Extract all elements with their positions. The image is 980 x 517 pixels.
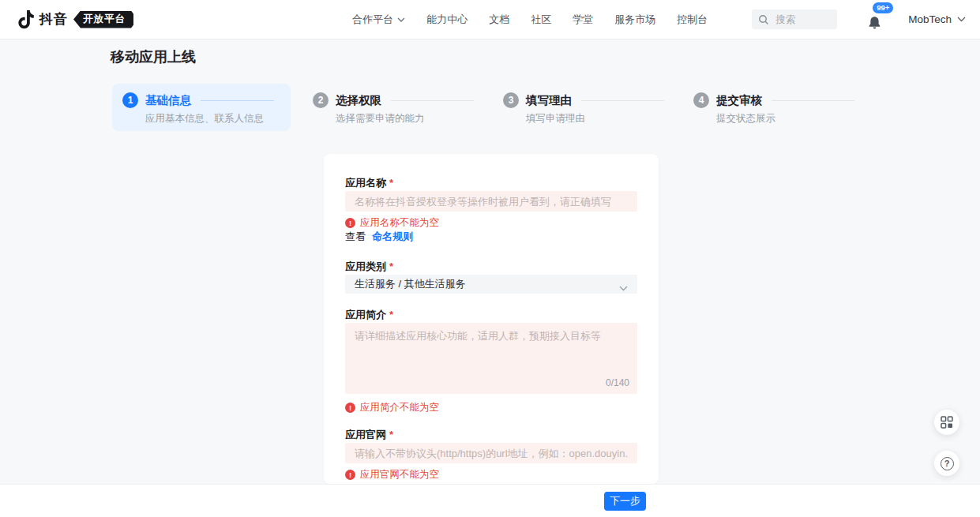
stepper: 1 基础信息 应用基本信息、联系人信息 2 选择权限 选择需要申请的能力 3 xyxy=(112,84,873,131)
form-card: 应用名称* ! 应用名称不能为空 查看 命名规则 应用类别* 生活服务 / 其他… xyxy=(324,154,659,484)
app-intro-label: 应用简介* xyxy=(345,309,637,323)
logo-brand-text: 抖音 xyxy=(39,10,68,28)
next-step-button[interactable]: 下一步 xyxy=(604,492,646,511)
step-number: 4 xyxy=(693,92,709,108)
step-number: 2 xyxy=(313,92,329,108)
app-name-label: 应用名称* xyxy=(345,177,637,191)
step-fill-reason[interactable]: 3 填写理由 填写申请理由 xyxy=(493,84,683,131)
douyin-logo[interactable]: 抖音 开放平台 xyxy=(17,10,133,29)
app-name-input[interactable] xyxy=(345,191,637,212)
app-category-label: 应用类别* xyxy=(345,260,637,275)
app-intro-error: ! 应用简介不能为空 xyxy=(345,400,637,414)
error-icon: ! xyxy=(345,470,355,480)
step-basic-info[interactable]: 1 基础信息 应用基本信息、联系人信息 xyxy=(112,84,291,131)
notifications-button[interactable]: 99+ xyxy=(867,8,888,32)
notification-badge: 99+ xyxy=(873,2,893,13)
app-category-select[interactable]: 生活服务 / 其他生活服务 xyxy=(345,275,637,294)
step-number: 1 xyxy=(122,92,138,108)
naming-rule-row: 查看 命名规则 xyxy=(345,230,637,244)
footer-bar: 下一步 xyxy=(0,484,980,517)
step-select-permissions[interactable]: 2 选择权限 选择需要申请的能力 xyxy=(302,84,493,131)
error-icon: ! xyxy=(345,403,355,413)
nav-item-console[interactable]: 控制台 xyxy=(677,13,708,27)
app-site-error: ! 应用官网不能为空 xyxy=(345,467,637,481)
required-asterisk: * xyxy=(389,309,393,320)
search-box[interactable] xyxy=(752,9,837,29)
app-site-input[interactable] xyxy=(345,443,637,463)
nav-item-docs[interactable]: 文档 xyxy=(489,13,509,27)
qr-code-icon xyxy=(941,416,953,429)
step-connector-line xyxy=(581,100,664,101)
required-asterisk: * xyxy=(389,177,393,189)
step-title: 填写理由 xyxy=(526,93,572,108)
help-button[interactable]: ? xyxy=(934,451,959,476)
search-input[interactable] xyxy=(774,13,832,26)
required-asterisk: * xyxy=(389,260,393,272)
main-nav: 合作平台 能力中心 文档 社区 学堂 服务市场 控制台 xyxy=(352,13,708,27)
step-title: 选择权限 xyxy=(336,93,381,108)
step-connector-line xyxy=(391,100,474,101)
step-title: 基础信息 xyxy=(145,93,191,108)
nav-item-community[interactable]: 社区 xyxy=(531,13,551,27)
app-name-error: ! 应用名称不能为空 xyxy=(345,215,637,230)
nav-item-service-market[interactable]: 服务市场 xyxy=(614,13,655,27)
question-icon: ? xyxy=(941,457,954,470)
account-name: MobTech xyxy=(908,13,952,25)
qr-code-button[interactable] xyxy=(934,410,959,435)
app-site-label: 应用官网* xyxy=(345,429,637,443)
nav-item-academy[interactable]: 学堂 xyxy=(573,13,593,27)
page-title: 移动应用上线 xyxy=(111,47,196,66)
nav-item-ability-center[interactable]: 能力中心 xyxy=(426,13,467,27)
char-counter: 0/140 xyxy=(606,377,629,388)
step-title: 提交审核 xyxy=(716,93,762,108)
top-navbar: 抖音 开放平台 合作平台 能力中心 文档 社区 学堂 服务市场 控制台 xyxy=(0,0,980,39)
chevron-down-icon xyxy=(397,17,405,22)
search-icon xyxy=(758,14,769,25)
required-asterisk: * xyxy=(389,429,393,440)
app-category-value: 生活服务 / 其他生活服务 xyxy=(355,277,466,291)
step-subtitle: 选择需要申请的能力 xyxy=(336,112,493,126)
chevron-down-icon xyxy=(957,17,966,22)
naming-rule-link[interactable]: 命名规则 xyxy=(372,230,413,244)
account-menu[interactable]: MobTech xyxy=(908,13,966,25)
step-connector-line xyxy=(772,100,854,101)
step-number: 3 xyxy=(503,92,519,108)
step-subtitle: 填写申请理由 xyxy=(526,112,683,126)
chevron-down-icon xyxy=(619,282,628,294)
nav-item-cooperation-platform[interactable]: 合作平台 xyxy=(352,13,405,27)
step-subtitle: 提交状态展示 xyxy=(716,112,873,126)
app-intro-textarea[interactable] xyxy=(345,323,637,394)
naming-rule-prefix: 查看 xyxy=(345,230,366,244)
screen: 抖音 开放平台 合作平台 能力中心 文档 社区 学堂 服务市场 控制台 xyxy=(0,0,980,517)
logo-badge: 开放平台 xyxy=(73,11,133,28)
step-connector-line xyxy=(201,100,274,101)
step-submit-review[interactable]: 4 提交审核 提交状态展示 xyxy=(683,84,873,131)
douyin-note-icon xyxy=(17,10,34,29)
step-subtitle: 应用基本信息、联系人信息 xyxy=(145,112,291,126)
error-icon: ! xyxy=(345,218,355,228)
